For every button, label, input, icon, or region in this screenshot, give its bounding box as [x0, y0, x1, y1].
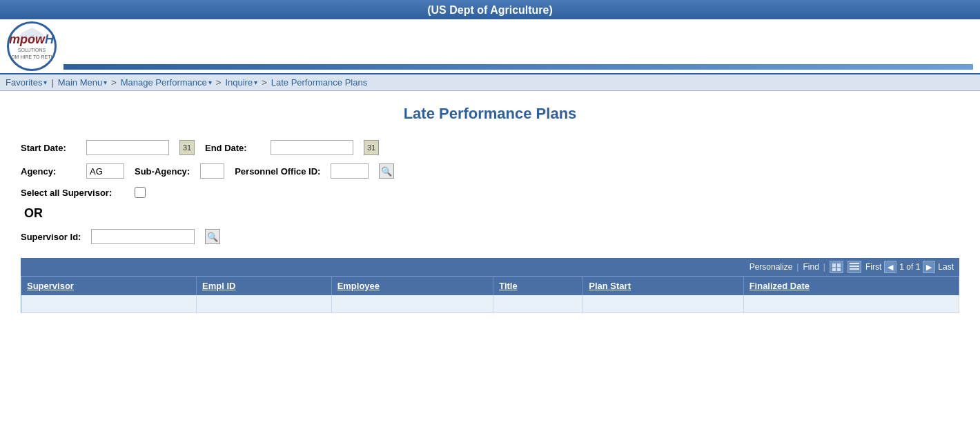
data-table: Supervisor Empl ID Employee Title Plan S… — [21, 276, 959, 313]
select-all-supervisor-label: Select all Supervisor: — [21, 188, 124, 198]
next-page-button[interactable]: ▶ — [923, 261, 935, 273]
inquire-dropdown-icon: ▾ — [254, 79, 257, 86]
title-sort-link[interactable]: Title — [499, 281, 518, 291]
svg-rect-3 — [837, 268, 841, 271]
cell-plan-start — [583, 295, 743, 313]
sub-agency-input[interactable] — [200, 163, 224, 179]
header-area: EmpowHR SOLUTIONS FROM HIRE TO RETIRE — [0, 19, 980, 74]
favorites-dropdown-icon: ▾ — [43, 79, 47, 86]
agency-label: Agency: — [21, 166, 76, 177]
empl-id-sort-link[interactable]: Empl ID — [202, 281, 235, 291]
col-employee[interactable]: Employee — [331, 277, 493, 296]
svg-rect-4 — [850, 263, 859, 264]
svg-rect-1 — [837, 263, 841, 267]
logo-solutions: SOLUTIONS FROM HIRE TO RETIRE — [7, 47, 57, 59]
end-date-input[interactable] — [271, 140, 353, 155]
nav-late-performance: Late Performance Plans — [271, 77, 367, 88]
cell-empl-id — [197, 295, 332, 313]
col-title[interactable]: Title — [493, 277, 583, 296]
svg-rect-0 — [832, 263, 836, 267]
supervisor-id-search-button[interactable]: 🔍 — [205, 229, 220, 244]
banner-text: (US Dept of Agriculture) — [427, 4, 553, 16]
nav-sep-1: | — [51, 77, 53, 88]
supervisor-sort-link[interactable]: Supervisor — [27, 281, 74, 291]
cell-title — [493, 295, 583, 313]
logo-container: EmpowHR SOLUTIONS FROM HIRE TO RETIRE — [7, 21, 57, 71]
date-row: Start Date: 31 End Date: 31 — [21, 140, 959, 155]
personnel-office-id-input[interactable] — [331, 163, 369, 179]
personnel-office-search-button[interactable]: 🔍 — [379, 163, 394, 179]
cell-employee — [331, 295, 493, 313]
prev-page-button[interactable]: ◀ — [884, 261, 896, 273]
toolbar-divider-2: | — [823, 262, 825, 272]
supervisor-id-label: Supervisor Id: — [21, 232, 81, 242]
agency-input[interactable] — [86, 163, 124, 179]
view-icon-1[interactable] — [830, 261, 843, 273]
personalize-link[interactable]: Personalize — [749, 262, 793, 272]
find-link[interactable]: Find — [803, 262, 819, 272]
form-section: Start Date: 31 End Date: 31 Agency: Sub-… — [21, 140, 959, 244]
or-text: OR — [21, 206, 43, 221]
supervisor-id-row: Supervisor Id: 🔍 — [21, 229, 959, 244]
svg-rect-6 — [850, 268, 859, 270]
agency-row: Agency: Sub-Agency: Personnel Office ID:… — [21, 163, 959, 179]
page-title: Late Performance Plans — [21, 105, 959, 123]
nav-bar: Favorites ▾ | Main Menu ▾ > Manage Perfo… — [0, 74, 980, 91]
toolbar-divider-1: | — [796, 262, 798, 272]
plan-start-sort-link[interactable]: Plan Start — [589, 281, 631, 291]
nav-sep-3: > — [216, 77, 222, 88]
top-banner: (US Dept of Agriculture) — [0, 0, 980, 19]
supervisor-checkbox-row: Select all Supervisor: — [21, 187, 959, 198]
nav-inquire[interactable]: Inquire ▾ — [225, 77, 257, 88]
start-date-calendar-button[interactable]: 31 — [179, 140, 195, 155]
nav-sep-2: > — [111, 77, 117, 88]
select-all-supervisor-checkbox[interactable] — [135, 187, 146, 198]
pagination-text: 1 of 1 — [899, 262, 920, 272]
table-section: Personalize | Find | First ◀ 1 of 1 ▶ La… — [21, 258, 959, 313]
personnel-office-id-label: Personnel Office ID: — [235, 166, 320, 177]
manage-perf-dropdown-icon: ▾ — [208, 79, 212, 86]
cell-supervisor — [21, 295, 197, 313]
table-header-row: Supervisor Empl ID Employee Title Plan S… — [21, 277, 959, 296]
finalized-date-sort-link[interactable]: Finalized Date — [749, 281, 810, 291]
or-row: OR — [21, 206, 959, 221]
main-menu-dropdown-icon: ▾ — [104, 79, 107, 86]
nav-sep-4: > — [262, 77, 267, 88]
logo-inner: EmpowHR SOLUTIONS FROM HIRE TO RETIRE — [7, 32, 57, 59]
col-empl-id[interactable]: Empl ID — [197, 277, 332, 296]
end-date-calendar-button[interactable]: 31 — [364, 140, 379, 155]
first-label: First — [865, 262, 881, 272]
cell-finalized-date — [743, 295, 959, 313]
col-supervisor[interactable]: Supervisor — [21, 277, 197, 296]
main-content: Late Performance Plans Start Date: 31 En… — [0, 91, 980, 327]
logo-circle: EmpowHR SOLUTIONS FROM HIRE TO RETIRE — [7, 21, 57, 71]
employee-sort-link[interactable]: Employee — [337, 281, 380, 291]
view-icon-2[interactable] — [847, 261, 861, 273]
table-row — [21, 295, 959, 313]
pagination: First ◀ 1 of 1 ▶ Last — [865, 261, 954, 273]
svg-rect-2 — [832, 268, 836, 271]
svg-rect-5 — [850, 266, 859, 267]
sub-agency-label: Sub-Agency: — [135, 166, 190, 177]
table-toolbar: Personalize | Find | First ◀ 1 of 1 ▶ La… — [21, 258, 959, 276]
col-finalized-date[interactable]: Finalized Date — [743, 277, 959, 296]
nav-favorites[interactable]: Favorites ▾ — [6, 77, 47, 88]
start-date-input[interactable] — [86, 140, 169, 155]
end-date-label: End Date: — [205, 143, 260, 153]
col-plan-start[interactable]: Plan Start — [583, 277, 743, 296]
nav-main-menu[interactable]: Main Menu ▾ — [58, 77, 107, 88]
last-label: Last — [938, 262, 954, 272]
start-date-label: Start Date: — [21, 143, 76, 153]
supervisor-id-input[interactable] — [91, 229, 195, 244]
nav-manage-performance[interactable]: Manage Performance ▾ — [121, 77, 212, 88]
table-body — [21, 295, 959, 313]
